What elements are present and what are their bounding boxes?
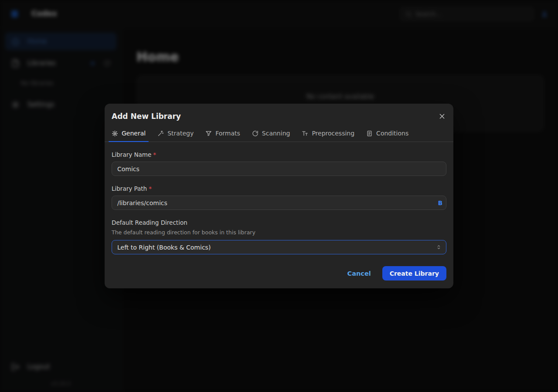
tab-label: Conditions (376, 130, 408, 137)
refresh-icon (252, 130, 259, 137)
tab-formats[interactable]: Formats (205, 126, 240, 142)
tab-conditions[interactable]: Conditions (366, 126, 408, 142)
browse-button[interactable]: B (438, 199, 442, 206)
tab-label: Strategy (167, 130, 194, 137)
text-size-icon (302, 130, 308, 137)
clipboard-icon (366, 130, 373, 137)
modal-tabs: General Strategy Formats Scanning Prepro… (105, 126, 453, 142)
modal-body: Library Name* Library Path* B Default Re… (105, 151, 453, 254)
tab-label: Preprocessing (312, 130, 354, 137)
tab-strategy[interactable]: Strategy (157, 126, 194, 142)
reading-direction-help: The default reading direction for books … (112, 229, 446, 236)
wand-icon (157, 130, 164, 137)
modal-header: Add New Library (105, 104, 453, 121)
gear-icon (112, 130, 118, 137)
tab-preprocessing[interactable]: Preprocessing (302, 126, 354, 142)
required-marker: * (153, 151, 156, 158)
create-library-button[interactable]: Create Library (382, 266, 446, 280)
modal-footer: Cancel Create Library (105, 254, 453, 280)
cancel-button[interactable]: Cancel (347, 270, 371, 277)
required-marker: * (149, 185, 152, 192)
close-button[interactable] (438, 112, 446, 121)
selected-option: Left to Right (Books & Comics) (117, 244, 211, 251)
tab-label: Formats (215, 130, 240, 137)
library-path-label: Library Path* (112, 185, 446, 192)
add-library-modal: Add New Library General Strategy Formats (105, 104, 453, 288)
tab-general[interactable]: General (112, 126, 146, 142)
tab-scanning[interactable]: Scanning (252, 126, 290, 142)
filter-icon (205, 130, 212, 137)
chevron-up-down-icon (436, 244, 442, 250)
modal-title: Add New Library (112, 112, 181, 121)
close-icon (439, 113, 446, 120)
tab-label: Scanning (262, 130, 290, 137)
tab-label: General (122, 130, 146, 137)
reading-direction-label: Default Reading Direction (112, 219, 446, 226)
reading-direction-select[interactable]: Left to Right (Books & Comics) (112, 240, 446, 254)
library-path-input[interactable] (112, 196, 446, 210)
library-name-input[interactable] (112, 162, 446, 176)
library-name-label: Library Name* (112, 151, 446, 158)
